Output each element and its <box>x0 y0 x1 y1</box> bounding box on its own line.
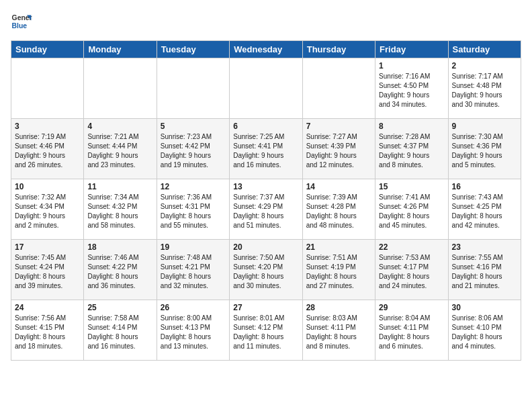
calendar-cell: 10Sunrise: 7:32 AM Sunset: 4:34 PM Dayli… <box>11 179 84 240</box>
day-number: 1 <box>379 61 444 71</box>
svg-text:Blue: Blue <box>12 22 28 30</box>
weekday-header-friday: Friday <box>375 41 448 58</box>
calendar-week-3: 10Sunrise: 7:32 AM Sunset: 4:34 PM Dayli… <box>11 179 521 240</box>
day-info: Sunrise: 7:37 AM Sunset: 4:29 PM Dayligh… <box>233 193 298 230</box>
day-info: Sunrise: 7:28 AM Sunset: 4:37 PM Dayligh… <box>379 132 444 170</box>
day-number: 26 <box>161 303 226 312</box>
day-info: Sunrise: 7:46 AM Sunset: 4:22 PM Dayligh… <box>87 253 152 291</box>
day-number: 21 <box>306 242 371 252</box>
calendar-cell: 28Sunrise: 8:03 AM Sunset: 4:11 PM Dayli… <box>302 300 375 361</box>
calendar-cell: 21Sunrise: 7:51 AM Sunset: 4:19 PM Dayli… <box>302 240 375 300</box>
day-info: Sunrise: 8:04 AM Sunset: 4:11 PM Dayligh… <box>379 314 444 351</box>
calendar-cell <box>230 58 302 119</box>
weekday-header-thursday: Thursday <box>302 41 375 58</box>
day-info: Sunrise: 7:34 AM Sunset: 4:32 PM Dayligh… <box>87 193 152 230</box>
day-number: 7 <box>306 122 371 131</box>
calendar-cell: 4Sunrise: 7:21 AM Sunset: 4:44 PM Daylig… <box>84 119 157 179</box>
calendar-header: SundayMondayTuesdayWednesdayThursdayFrid… <box>11 41 521 58</box>
day-info: Sunrise: 7:56 AM Sunset: 4:15 PM Dayligh… <box>15 314 80 351</box>
day-number: 27 <box>233 303 298 312</box>
calendar: SundayMondayTuesdayWednesdayThursdayFrid… <box>11 40 521 361</box>
day-number: 13 <box>233 182 298 191</box>
calendar-cell: 18Sunrise: 7:46 AM Sunset: 4:22 PM Dayli… <box>84 240 157 300</box>
day-number: 8 <box>379 122 444 131</box>
calendar-week-1: 1Sunrise: 7:16 AM Sunset: 4:50 PM Daylig… <box>11 58 521 119</box>
day-info: Sunrise: 8:06 AM Sunset: 4:10 PM Dayligh… <box>452 314 517 351</box>
day-number: 18 <box>87 242 152 252</box>
day-number: 29 <box>379 303 444 312</box>
day-number: 4 <box>87 122 152 131</box>
day-info: Sunrise: 8:00 AM Sunset: 4:13 PM Dayligh… <box>161 314 226 351</box>
page-header: General Blue <box>11 11 521 32</box>
calendar-cell: 9Sunrise: 7:30 AM Sunset: 4:36 PM Daylig… <box>448 119 521 179</box>
calendar-cell: 17Sunrise: 7:45 AM Sunset: 4:24 PM Dayli… <box>11 240 84 300</box>
day-number: 28 <box>306 303 371 312</box>
weekday-header-tuesday: Tuesday <box>157 41 229 58</box>
day-number: 23 <box>452 242 517 252</box>
calendar-cell: 26Sunrise: 8:00 AM Sunset: 4:13 PM Dayli… <box>157 300 229 361</box>
logo: General Blue <box>11 11 32 32</box>
calendar-cell: 23Sunrise: 7:55 AM Sunset: 4:16 PM Dayli… <box>448 240 521 300</box>
calendar-cell: 19Sunrise: 7:48 AM Sunset: 4:21 PM Dayli… <box>157 240 229 300</box>
weekday-header-sunday: Sunday <box>11 41 84 58</box>
day-info: Sunrise: 7:27 AM Sunset: 4:39 PM Dayligh… <box>306 132 371 170</box>
calendar-cell: 20Sunrise: 7:50 AM Sunset: 4:20 PM Dayli… <box>230 240 302 300</box>
calendar-cell: 27Sunrise: 8:01 AM Sunset: 4:12 PM Dayli… <box>230 300 302 361</box>
calendar-cell: 7Sunrise: 7:27 AM Sunset: 4:39 PM Daylig… <box>302 119 375 179</box>
day-info: Sunrise: 7:17 AM Sunset: 4:48 PM Dayligh… <box>452 72 517 109</box>
day-info: Sunrise: 7:32 AM Sunset: 4:34 PM Dayligh… <box>15 193 80 230</box>
day-info: Sunrise: 7:41 AM Sunset: 4:26 PM Dayligh… <box>379 193 444 230</box>
day-info: Sunrise: 7:55 AM Sunset: 4:16 PM Dayligh… <box>452 253 517 291</box>
calendar-week-2: 3Sunrise: 7:19 AM Sunset: 4:46 PM Daylig… <box>11 119 521 179</box>
calendar-cell: 16Sunrise: 7:43 AM Sunset: 4:25 PM Dayli… <box>448 179 521 240</box>
weekday-header-wednesday: Wednesday <box>230 41 302 58</box>
calendar-cell: 25Sunrise: 7:58 AM Sunset: 4:14 PM Dayli… <box>84 300 157 361</box>
calendar-cell: 1Sunrise: 7:16 AM Sunset: 4:50 PM Daylig… <box>375 58 448 119</box>
day-number: 19 <box>161 242 226 252</box>
calendar-cell <box>157 58 229 119</box>
day-info: Sunrise: 7:16 AM Sunset: 4:50 PM Dayligh… <box>379 72 444 109</box>
day-info: Sunrise: 7:21 AM Sunset: 4:44 PM Dayligh… <box>87 132 152 170</box>
day-info: Sunrise: 7:25 AM Sunset: 4:41 PM Dayligh… <box>233 132 298 170</box>
calendar-cell: 29Sunrise: 8:04 AM Sunset: 4:11 PM Dayli… <box>375 300 448 361</box>
day-number: 15 <box>379 182 444 191</box>
day-number: 11 <box>87 182 152 191</box>
day-info: Sunrise: 7:48 AM Sunset: 4:21 PM Dayligh… <box>161 253 226 291</box>
day-number: 10 <box>15 182 80 191</box>
calendar-cell: 11Sunrise: 7:34 AM Sunset: 4:32 PM Dayli… <box>84 179 157 240</box>
day-number: 5 <box>161 122 226 131</box>
day-number: 30 <box>452 303 517 312</box>
day-number: 24 <box>15 303 80 312</box>
calendar-cell: 12Sunrise: 7:36 AM Sunset: 4:31 PM Dayli… <box>157 179 229 240</box>
calendar-week-5: 24Sunrise: 7:56 AM Sunset: 4:15 PM Dayli… <box>11 300 521 361</box>
day-info: Sunrise: 7:36 AM Sunset: 4:31 PM Dayligh… <box>161 193 226 230</box>
day-number: 16 <box>452 182 517 191</box>
day-number: 14 <box>306 182 371 191</box>
day-number: 2 <box>452 61 517 71</box>
day-info: Sunrise: 7:39 AM Sunset: 4:28 PM Dayligh… <box>306 193 371 230</box>
weekday-header-saturday: Saturday <box>448 41 521 58</box>
logo-icon: General Blue <box>11 11 32 32</box>
day-number: 9 <box>452 122 517 131</box>
calendar-cell: 2Sunrise: 7:17 AM Sunset: 4:48 PM Daylig… <box>448 58 521 119</box>
day-info: Sunrise: 7:23 AM Sunset: 4:42 PM Dayligh… <box>161 132 226 170</box>
day-info: Sunrise: 7:30 AM Sunset: 4:36 PM Dayligh… <box>452 132 517 170</box>
day-info: Sunrise: 7:45 AM Sunset: 4:24 PM Dayligh… <box>15 253 80 291</box>
calendar-cell: 15Sunrise: 7:41 AM Sunset: 4:26 PM Dayli… <box>375 179 448 240</box>
day-number: 25 <box>87 303 152 312</box>
calendar-body: 1Sunrise: 7:16 AM Sunset: 4:50 PM Daylig… <box>11 58 521 361</box>
calendar-cell <box>302 58 375 119</box>
calendar-cell: 14Sunrise: 7:39 AM Sunset: 4:28 PM Dayli… <box>302 179 375 240</box>
day-info: Sunrise: 7:50 AM Sunset: 4:20 PM Dayligh… <box>233 253 298 291</box>
weekday-header-monday: Monday <box>84 41 157 58</box>
calendar-cell: 30Sunrise: 8:06 AM Sunset: 4:10 PM Dayli… <box>448 300 521 361</box>
day-info: Sunrise: 7:43 AM Sunset: 4:25 PM Dayligh… <box>452 193 517 230</box>
calendar-cell: 3Sunrise: 7:19 AM Sunset: 4:46 PM Daylig… <box>11 119 84 179</box>
day-info: Sunrise: 7:53 AM Sunset: 4:17 PM Dayligh… <box>379 253 444 291</box>
calendar-week-4: 17Sunrise: 7:45 AM Sunset: 4:24 PM Dayli… <box>11 240 521 300</box>
day-info: Sunrise: 7:19 AM Sunset: 4:46 PM Dayligh… <box>15 132 80 170</box>
calendar-cell: 6Sunrise: 7:25 AM Sunset: 4:41 PM Daylig… <box>230 119 302 179</box>
day-info: Sunrise: 8:01 AM Sunset: 4:12 PM Dayligh… <box>233 314 298 351</box>
day-number: 17 <box>15 242 80 252</box>
day-number: 6 <box>233 122 298 131</box>
